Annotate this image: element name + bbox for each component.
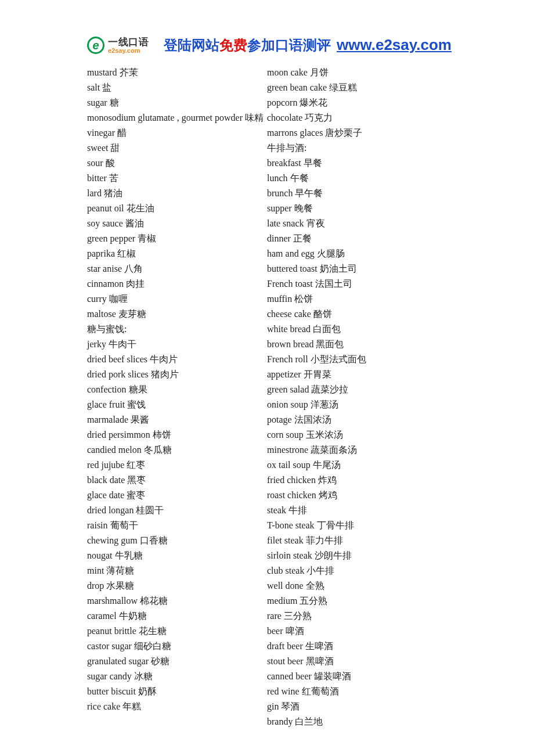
vocab-item: curry 咖喱	[87, 291, 267, 307]
vocab-item: sour 酸	[87, 156, 267, 171]
vocab-item: white bread 白面包	[267, 322, 447, 337]
vocab-item: minestrone 蔬菜面条汤	[267, 442, 447, 458]
vocab-item: confection 糖果	[87, 382, 267, 397]
vocab-item: marshmallow 棉花糖	[87, 593, 267, 609]
vocab-item: late snack 宵夜	[267, 216, 447, 231]
vocab-item: lard 猪油	[87, 186, 267, 201]
promo-banner: 登陆网站 免费 参加口语测评 www.e2say.com	[164, 36, 452, 55]
vocab-item: brown bread 黑面包	[267, 337, 447, 352]
logo-text: 一线口语 e2say.com	[108, 37, 149, 54]
vocab-item: cheese cake 酪饼	[267, 307, 447, 322]
vocab-item: canned beer 罐装啤酒	[267, 669, 447, 684]
banner-seg-2: 免费	[219, 36, 247, 55]
vocab-item: peanut brittle 花生糖	[87, 624, 267, 639]
vocab-item: 牛排与酒:	[267, 141, 447, 156]
vocab-item: beer 啤酒	[267, 624, 447, 639]
vocab-item: green salad 蔬菜沙拉	[267, 382, 447, 397]
logo-mark-icon: e	[87, 37, 104, 54]
vocab-item: green pepper 青椒	[87, 231, 267, 246]
vocab-item: rare 三分熟	[267, 609, 447, 624]
vocab-item: nougat 牛乳糖	[87, 548, 267, 563]
vocab-item: buttered toast 奶油土司	[267, 261, 447, 276]
vocab-item: muffin 松饼	[267, 291, 447, 307]
vocab-item: raisin 葡萄干	[87, 518, 267, 533]
vocab-item: dinner 正餐	[267, 231, 447, 246]
vocab-item: stout beer 黑啤酒	[267, 654, 447, 669]
vocab-item: bitter 苦	[87, 171, 267, 186]
banner-seg-3: 参加口语测评	[247, 36, 331, 55]
vocab-item: breakfast 早餐	[267, 156, 447, 171]
logo-cn-text: 一线口语	[108, 37, 149, 47]
vocab-item: potage 法国浓汤	[267, 412, 447, 427]
vocab-item: French toast 法国土司	[267, 276, 447, 291]
vocab-item: red jujube 红枣	[87, 458, 267, 473]
vocab-item: paprika 红椒	[87, 246, 267, 261]
vocab-item: granulated sugar 砂糖	[87, 654, 267, 669]
vocab-item: roast chicken 烤鸡	[267, 488, 447, 503]
vocab-item: popcorn 爆米花	[267, 95, 447, 110]
vocab-item: draft beer 生啤酒	[267, 639, 447, 654]
vocab-item: sweet 甜	[87, 141, 267, 156]
vocab-item: drop 水果糖	[87, 578, 267, 593]
vocab-item: ham and egg 火腿肠	[267, 246, 447, 261]
banner-seg-1: 登陆网站	[164, 36, 219, 55]
vocab-item: star anise 八角	[87, 261, 267, 276]
vocab-column-left: mustard 芥茉salt 盐sugar 糖monosodium glutam…	[87, 65, 267, 729]
vocab-item: vinegar 醋	[87, 125, 267, 141]
site-logo: e 一线口语 e2say.com	[87, 37, 149, 54]
vocab-item: monosodium glutamate , gourmet powder 味精	[87, 110, 267, 125]
vocab-item: candied melon 冬瓜糖	[87, 442, 267, 458]
logo-en-text: e2say.com	[108, 48, 149, 54]
vocab-item: lunch 午餐	[267, 171, 447, 186]
vocab-item: onion soup 洋葱汤	[267, 397, 447, 412]
vocab-item: brandy 白兰地	[267, 714, 447, 729]
vocab-item: 糖与蜜饯:	[87, 322, 267, 337]
vocab-item: French roll 小型法式面包	[267, 352, 447, 367]
vocab-item: chocolate 巧克力	[267, 110, 447, 125]
vocab-item: dried longan 桂圆干	[87, 503, 267, 518]
vocab-item: sirloin steak 沙朗牛排	[267, 548, 447, 563]
vocab-item: castor sugar 细砂白糖	[87, 639, 267, 654]
vocab-item: corn soup 玉米浓汤	[267, 427, 447, 442]
vocab-item: chewing gum 口香糖	[87, 533, 267, 548]
vocab-item: brunch 早午餐	[267, 186, 447, 201]
vocab-item: maltose 麦芽糖	[87, 307, 267, 322]
vocab-item: medium 五分熟	[267, 593, 447, 609]
vocab-item: appetizer 开胃菜	[267, 367, 447, 382]
vocab-columns: mustard 芥茉salt 盐sugar 糖monosodium glutam…	[87, 65, 447, 729]
vocab-item: soy sauce 酱油	[87, 216, 267, 231]
document-page: e 一线口语 e2say.com 登陆网站 免费 参加口语测评 www.e2sa…	[0, 0, 534, 756]
vocab-item: dried pork slices 猪肉片	[87, 367, 267, 382]
vocab-item: sugar 糖	[87, 95, 267, 110]
vocab-item: marrons glaces 唐炒栗子	[267, 125, 447, 141]
vocab-item: butter biscuit 奶酥	[87, 684, 267, 699]
vocab-item: gin 琴酒	[267, 699, 447, 714]
vocab-item: mint 薄荷糖	[87, 563, 267, 578]
vocab-item: mustard 芥茉	[87, 65, 267, 80]
page-header: e 一线口语 e2say.com 登陆网站 免费 参加口语测评 www.e2sa…	[87, 36, 447, 55]
vocab-item: rice cake 年糕	[87, 699, 267, 714]
vocab-item: peanut oil 花生油	[87, 201, 267, 216]
vocab-item: jerky 牛肉干	[87, 337, 267, 352]
vocab-item: cinnamon 肉挂	[87, 276, 267, 291]
vocab-item: filet steak 菲力牛排	[267, 533, 447, 548]
vocab-item: caramel 牛奶糖	[87, 609, 267, 624]
vocab-item: green bean cake 绿豆糕	[267, 80, 447, 95]
vocab-column-right: moon cake 月饼green bean cake 绿豆糕popcorn 爆…	[267, 65, 447, 729]
vocab-item: moon cake 月饼	[267, 65, 447, 80]
vocab-item: sugar candy 冰糖	[87, 669, 267, 684]
vocab-item: dried persimmon 柿饼	[87, 427, 267, 442]
vocab-item: supper 晚餐	[267, 201, 447, 216]
vocab-item: T-bone steak 丁骨牛排	[267, 518, 447, 533]
vocab-item: salt 盐	[87, 80, 267, 95]
vocab-item: black date 黑枣	[87, 473, 267, 488]
vocab-item: well done 全熟	[267, 578, 447, 593]
vocab-item: red wine 红葡萄酒	[267, 684, 447, 699]
vocab-item: ox tail soup 牛尾汤	[267, 458, 447, 473]
vocab-item: fried chicken 炸鸡	[267, 473, 447, 488]
vocab-item: marmalade 果酱	[87, 412, 267, 427]
banner-url-link[interactable]: www.e2say.com	[337, 36, 452, 54]
vocab-item: dried beef slices 牛肉片	[87, 352, 267, 367]
vocab-item: glace date 蜜枣	[87, 488, 267, 503]
vocab-item: club steak 小牛排	[267, 563, 447, 578]
